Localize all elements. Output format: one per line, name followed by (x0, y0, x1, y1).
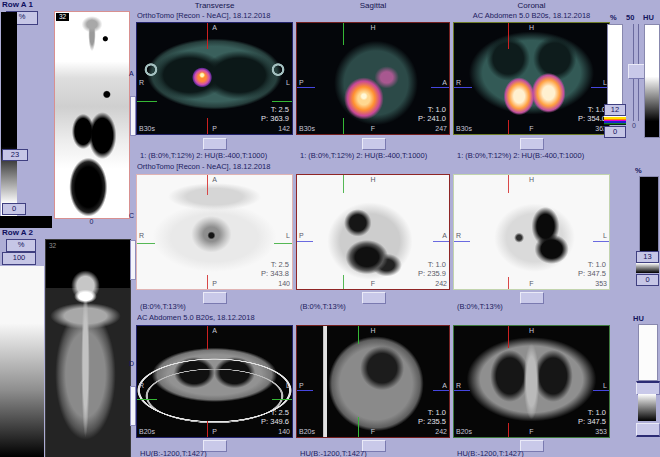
reference-line-transverse[interactable] (454, 390, 470, 391)
reference-line-transverse[interactable] (593, 390, 609, 391)
orientation-label: P (299, 232, 304, 240)
reference-line-sagittal[interactable] (207, 275, 208, 289)
reference-line-transverse[interactable] (431, 87, 449, 88)
reference-line-sagittal[interactable] (508, 326, 509, 348)
row2-window-footer: (B:0%,T:13%) (300, 302, 449, 311)
position-overlay: P: 349.6 (261, 418, 289, 426)
reference-line-transverse[interactable] (297, 241, 313, 242)
panel-r1-coronal[interactable]: H R L F B30s 363 T: 1.0 P: 354.0 (453, 22, 610, 135)
reference-line-coronal[interactable] (137, 243, 155, 244)
reference-line-sagittal[interactable] (508, 120, 509, 134)
reference-line-sagittal[interactable] (207, 118, 208, 134)
g1-hu-colorbar[interactable] (644, 24, 660, 138)
orientation-label: L (286, 79, 290, 87)
row-a2-percent-button[interactable]: % (6, 239, 36, 252)
reference-line-coronal[interactable] (272, 101, 292, 102)
slice-number: 142 (278, 125, 290, 133)
orientation-label: H (454, 327, 609, 335)
panel-r3-sagittal[interactable]: H P A F B20s 242 T: 1.0 P: 235.5 (296, 325, 450, 438)
thickness-overlay: T: 2.5 (271, 409, 289, 417)
reference-line-coronal[interactable] (274, 243, 292, 244)
reference-line-transverse[interactable] (454, 241, 470, 242)
panel-r3-transverse[interactable]: A R L P B20s 140 T: 2.5 P: 349.6 (136, 325, 293, 438)
g1-upper-value[interactable]: 12 (604, 104, 626, 116)
row-a2-window-value[interactable]: 100 (2, 252, 36, 265)
thickness-overlay: T: 1.0 (428, 106, 446, 114)
reference-line-transverse[interactable] (297, 390, 313, 391)
panel-r2-transverse[interactable]: A R L P 140 T: 2.5 P: 343.8 (136, 174, 293, 290)
reference-line-coronal[interactable] (358, 326, 359, 344)
row1-window-footer: 1: (B:0%,T:12%) 2: HU(B:-400,T:1000) (140, 151, 292, 160)
g2-upper-value[interactable]: 13 (636, 251, 659, 263)
row-a1-upper-threshold[interactable]: 23 (2, 149, 28, 161)
orientation-label: H (454, 176, 609, 184)
reference-line-sagittal[interactable] (207, 421, 208, 437)
thickness-overlay: T: 2.5 (271, 106, 289, 114)
row-a2-topogram-image[interactable]: 32 (45, 239, 131, 457)
reference-line-coronal[interactable] (137, 399, 157, 400)
row3-series-header: AC Abdomen 5.0 B20s, 18.12.2018 (137, 313, 387, 322)
row1-marker: A (129, 70, 134, 78)
reference-line-coronal[interactable] (343, 23, 344, 45)
row-a1-mip-image[interactable]: 32 (54, 11, 130, 219)
row1-series-header-ct: AC Abdomen 5.0 B20s, 18.12.2018 (453, 11, 610, 20)
reference-line-sagittal[interactable] (508, 23, 509, 49)
orientation-label: L (603, 382, 607, 390)
reference-line-coronal[interactable] (137, 101, 157, 102)
panel-r1-transverse[interactable]: A R L P B30s 142 T: 2.5 P: 363.9 (136, 22, 293, 135)
reference-line-sagittal[interactable] (508, 175, 509, 193)
panel-r3-coronal[interactable]: H R L F B20s 353 T: 1.0 P: 347.5 (453, 325, 610, 438)
reference-line-coronal[interactable] (272, 399, 292, 400)
slice-slider-handle[interactable] (362, 138, 386, 150)
reference-line-coronal[interactable] (343, 175, 344, 193)
reference-line-transverse[interactable] (297, 87, 315, 88)
orientation-label: H (297, 24, 449, 32)
panel-r1-sagittal[interactable]: H P A F B30s 247 T: 1.0 P: 241.0 (296, 22, 450, 135)
panel-r2-coronal[interactable]: H R L F 353 T: 1.0 P: 347.5 (453, 174, 610, 290)
reference-line-sagittal[interactable] (207, 326, 208, 350)
position-overlay: P: 347.5 (578, 418, 606, 426)
g2-lower-value[interactable]: 0 (636, 274, 659, 286)
reference-line-transverse[interactable] (593, 241, 609, 242)
orientation-label: R (456, 382, 461, 390)
g3-hu-colorbar-top[interactable] (638, 324, 658, 381)
reference-line-sagittal[interactable] (207, 23, 208, 49)
row-a1-lower-threshold[interactable]: 0 (2, 203, 26, 215)
orientation-label: F (454, 125, 609, 133)
orientation-label: P (299, 79, 304, 87)
slice-number: 140 (278, 428, 290, 436)
orientation-label: P (137, 125, 292, 133)
row1-series-header: OrthoTomo [Recon - NeAC], 18.12.2018 (137, 11, 387, 20)
slice-number: 353 (595, 280, 607, 288)
thickness-overlay: T: 1.0 (588, 409, 606, 417)
row2-window-footer: (B:0%,T:13%) (457, 302, 609, 311)
kernel-label: B30s (139, 125, 155, 133)
orientation-label: H (297, 327, 449, 335)
reference-line-coronal[interactable] (343, 118, 344, 134)
reference-line-coronal[interactable] (358, 417, 359, 437)
g1-slider-min: 0 (632, 122, 636, 129)
panel-r2-sagittal[interactable]: H P A F 242 T: 1.0 P: 235.9 (296, 174, 450, 290)
row-a1-title: Row A 1 (2, 0, 33, 9)
row2-series-header: OrthoTomo [Recon - NeAC], 18.12.2018 (137, 162, 387, 171)
g1-lower-value[interactable]: 0 (604, 126, 626, 138)
app-window: Row A 1 % 23 0 32 0 Row A 2 % 100 32 Tra… (0, 0, 660, 457)
reference-line-transverse[interactable] (454, 87, 472, 88)
g3-upper-handle[interactable] (636, 381, 660, 395)
slice-slider-handle[interactable] (520, 138, 544, 150)
reference-line-sagittal[interactable] (508, 423, 509, 437)
position-overlay: P: 347.5 (578, 270, 606, 278)
g2-pet-colorbar[interactable] (639, 176, 659, 252)
reference-line-coronal[interactable] (343, 275, 344, 289)
g1-zoom-slider-handle[interactable] (628, 64, 645, 79)
reference-line-transverse[interactable] (433, 390, 449, 391)
reference-line-transverse[interactable] (433, 241, 449, 242)
slice-slider-handle[interactable] (203, 138, 227, 150)
row2-marker: C (129, 212, 134, 220)
g1-pet-colorbar[interactable] (607, 24, 623, 106)
reference-line-sagittal[interactable] (207, 175, 208, 195)
reference-line-sagittal[interactable] (508, 277, 509, 289)
orientation-label: A (442, 382, 447, 390)
orientation-label: P (299, 382, 304, 390)
g3-lower-handle[interactable] (636, 423, 660, 437)
